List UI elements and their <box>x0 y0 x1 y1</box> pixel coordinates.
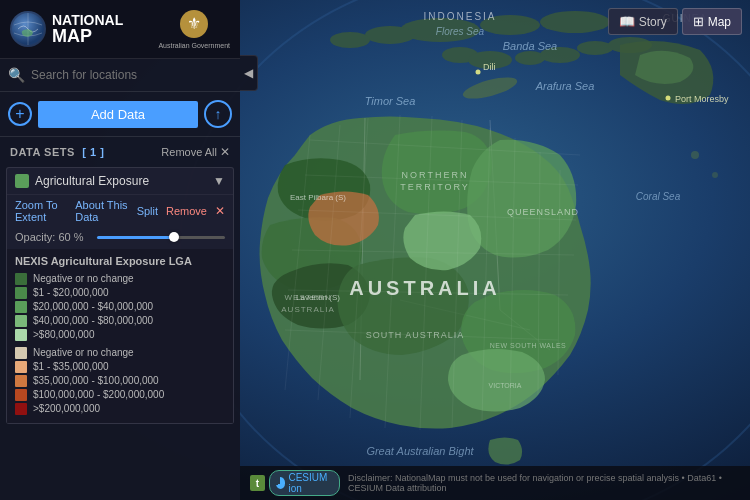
legend-item: $1 - $20,000,000 <box>15 287 225 299</box>
svg-point-15 <box>712 172 718 178</box>
remove-dataset-icon[interactable]: ✕ <box>215 204 225 218</box>
story-label: Story <box>639 15 667 29</box>
cesium-ion-badge: CESIUM ion <box>269 470 340 496</box>
legend-item-label: $1 - $35,000,000 <box>33 361 109 373</box>
legend-title: NEXIS Agricultural Exposure LGA <box>15 255 225 267</box>
panel-collapse-button[interactable]: ◀ <box>240 55 258 91</box>
remove-icon: ✕ <box>220 145 230 159</box>
svg-text:QUEENSLAND: QUEENSLAND <box>507 207 579 217</box>
layers-icon: ⊞ <box>693 14 704 29</box>
dataset-actions: Zoom To Extent About This Data Split Rem… <box>7 194 233 229</box>
search-input[interactable] <box>31 68 232 82</box>
legend-red-section: Negative or no change $1 - $35,000,000 $… <box>15 347 225 415</box>
legend-color-swatch <box>15 273 27 285</box>
split-link[interactable]: Split <box>137 205 158 217</box>
legend-item: Negative or no change <box>15 347 225 359</box>
attribution-text: Disclaimer: NationalMap must not be used… <box>348 473 740 493</box>
legend-item-label: $1 - $20,000,000 <box>33 287 109 299</box>
legend-color-swatch <box>15 403 27 415</box>
legend-item: Negative or no change <box>15 273 225 285</box>
dataset-expand-icon[interactable]: ▼ <box>213 174 225 188</box>
svg-text:Coral Sea: Coral Sea <box>636 191 681 202</box>
gov-logo: ⚜ Australian Government <box>158 8 230 50</box>
legend-color-swatch <box>15 375 27 387</box>
zoom-to-extent-link[interactable]: Zoom To Extent <box>15 199 67 223</box>
logo-text: NATIONAL MAP <box>52 13 123 45</box>
svg-point-55 <box>666 96 671 101</box>
svg-text:VICTORIA: VICTORIA <box>489 382 522 389</box>
svg-text:Timor Sea: Timor Sea <box>365 95 416 107</box>
legend-item: >$80,000,000 <box>15 329 225 341</box>
add-data-button[interactable]: Add Data <box>38 101 198 128</box>
legend-color-swatch <box>15 347 27 359</box>
cesium-circle-icon <box>276 477 286 489</box>
book-icon: 📖 <box>619 14 635 29</box>
add-data-area: + Add Data ↑ <box>0 92 240 137</box>
terraria-icon: t <box>250 475 265 491</box>
svg-text:Port Moresby: Port Moresby <box>675 94 729 104</box>
legend-item-label: $35,000,000 - $100,000,000 <box>33 375 159 387</box>
search-icon: 🔍 <box>8 67 25 83</box>
legend-area: NEXIS Agricultural Exposure LGA Negative… <box>7 249 233 423</box>
legend-item: $100,000,000 - $200,000,000 <box>15 389 225 401</box>
story-button[interactable]: 📖 Story <box>608 8 678 35</box>
upload-button[interactable]: ↑ <box>204 100 232 128</box>
logo-map: MAP <box>52 27 123 45</box>
svg-text:Arafura Sea: Arafura Sea <box>535 80 595 92</box>
svg-text:Dili: Dili <box>483 62 496 72</box>
about-data-link[interactable]: About This Data <box>75 199 128 223</box>
svg-text:AUSTRALIA: AUSTRALIA <box>349 277 501 299</box>
remove-all-button[interactable]: Remove All ✕ <box>161 145 230 159</box>
legend-color-swatch <box>15 301 27 313</box>
datasets-header: DATA SETS [ 1 ] Remove All ✕ <box>0 137 240 163</box>
dataset-title-row: Agricultural Exposure ▼ <box>7 168 233 194</box>
legend-color-swatch <box>15 389 27 401</box>
cesium-ion-label: CESIUM ion <box>288 472 333 494</box>
svg-text:Banda Sea: Banda Sea <box>503 40 557 52</box>
svg-point-5 <box>365 26 415 44</box>
legend-color-swatch <box>15 329 27 341</box>
opacity-row: Opacity: 60 % <box>7 229 233 249</box>
remove-link[interactable]: Remove <box>166 205 207 217</box>
legend-item: $35,000,000 - $100,000,000 <box>15 375 225 387</box>
legend-item: $20,000,000 - $40,000,000 <box>15 301 225 313</box>
svg-point-6 <box>330 32 370 48</box>
svg-point-11 <box>577 41 613 55</box>
opacity-thumb[interactable] <box>169 232 179 242</box>
svg-text:AUSTRALIA: AUSTRALIA <box>281 305 334 314</box>
legend-item-label: $100,000,000 - $200,000,000 <box>33 389 164 401</box>
search-area: 🔍 <box>0 59 240 92</box>
legend-color-swatch <box>15 361 27 373</box>
legend-item-label: $20,000,000 - $40,000,000 <box>33 301 153 313</box>
svg-point-53 <box>476 70 481 75</box>
svg-text:INDONESIA: INDONESIA <box>423 11 496 22</box>
svg-text:Laverton (S): Laverton (S) <box>296 293 340 302</box>
logo-area: NATIONAL MAP <box>10 11 123 47</box>
panel-header: NATIONAL MAP ⚜ Australian Government <box>0 0 240 59</box>
dataset-name: Agricultural Exposure <box>35 174 207 188</box>
svg-point-9 <box>515 51 545 65</box>
legend-item: >$200,000,000 <box>15 403 225 415</box>
opacity-slider[interactable] <box>97 236 225 239</box>
map-button[interactable]: ⊞ Map <box>682 8 742 35</box>
opacity-label: Opacity: 60 % <box>15 231 83 243</box>
legend-green-section: Negative or no change $1 - $20,000,000 $… <box>15 273 225 341</box>
legend-item: $40,000,000 - $80,000,000 <box>15 315 225 327</box>
logo-icon <box>10 11 46 47</box>
legend-item-label: >$80,000,000 <box>33 329 94 341</box>
logo-national: NATIONAL <box>52 13 123 27</box>
map-label: Map <box>708 15 731 29</box>
svg-text:⚜: ⚜ <box>187 15 201 32</box>
svg-text:Great Australian Bight: Great Australian Bight <box>366 445 474 457</box>
svg-text:Flores Sea: Flores Sea <box>436 26 485 37</box>
dataset-item: Agricultural Exposure ▼ Zoom To Extent A… <box>6 167 234 424</box>
legend-item-label: Negative or no change <box>33 347 134 359</box>
dataset-checkbox[interactable] <box>15 174 29 188</box>
legend-item: $1 - $35,000,000 <box>15 361 225 373</box>
svg-text:NORTHERN: NORTHERN <box>402 170 469 180</box>
legend-color-swatch <box>15 315 27 327</box>
svg-text:SOUTH AUSTRALIA: SOUTH AUSTRALIA <box>366 330 465 340</box>
add-icon-button[interactable]: + <box>8 102 32 126</box>
attribution-bar: t CESIUM ion Disclaimer: NationalMap mus… <box>240 466 750 500</box>
svg-text:East Pilbara (S): East Pilbara (S) <box>290 193 346 202</box>
